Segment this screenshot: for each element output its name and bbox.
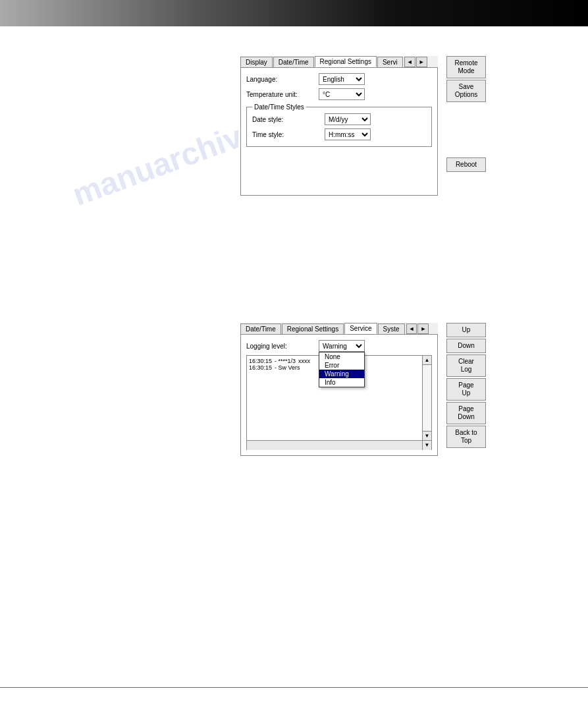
- tab2-datetime[interactable]: Date/Time: [240, 323, 281, 334]
- clear-log-button[interactable]: Clear Log: [446, 354, 486, 377]
- log-time-0: 16:30:15: [249, 358, 272, 364]
- dropdown-option-none[interactable]: None: [319, 352, 364, 361]
- tab2-system[interactable]: Syste: [378, 323, 405, 334]
- log-scroll-track: [423, 365, 431, 431]
- log-scroll-up-btn[interactable]: ▲: [423, 356, 431, 365]
- temperature-label: Temperature unit:: [246, 91, 319, 98]
- panel2-content: Logging level: Warning None Error Info N…: [240, 335, 438, 456]
- panel2: Date/Time Regional Settings Service Syst…: [240, 323, 438, 456]
- date-style-label: Date style:: [252, 116, 325, 123]
- h-scroll-track: ▼: [247, 441, 431, 450]
- reboot-button[interactable]: Reboot: [446, 157, 486, 172]
- logging-row: Logging level: Warning None Error Info N…: [246, 340, 432, 352]
- log-col2-0: - ****1/3: [275, 358, 296, 364]
- temperature-select[interactable]: °C: [319, 88, 365, 100]
- dropdown-option-warning[interactable]: Warning: [319, 370, 364, 378]
- panel1-content: Language: English Temperature unit: °C D…: [240, 68, 438, 196]
- language-row: Language: English: [246, 73, 432, 85]
- horizontal-scrollbar: ▼: [246, 441, 432, 450]
- dropdown-option-info[interactable]: Info: [319, 378, 364, 387]
- date-style-select[interactable]: M/d/yy: [325, 113, 371, 125]
- page-up-button[interactable]: Page Up: [446, 378, 486, 401]
- top-bar: [0, 0, 588, 26]
- tab2-nav-right[interactable]: ►: [417, 323, 429, 334]
- down-button[interactable]: Down: [446, 339, 486, 353]
- tab-nav-right[interactable]: ►: [416, 57, 427, 67]
- dropdown-option-error[interactable]: Error: [319, 361, 364, 370]
- tab2-service[interactable]: Service: [344, 323, 377, 334]
- tab-regional-settings[interactable]: Regional Settings: [315, 56, 377, 67]
- bottom-divider: [0, 687, 588, 688]
- tab2-regional[interactable]: Regional Settings: [282, 323, 344, 334]
- page-down-button[interactable]: Page Down: [446, 402, 486, 424]
- tab2-nav-left[interactable]: ◄: [406, 323, 417, 334]
- date-style-row: Date style: M/d/yy: [252, 113, 426, 125]
- up-button[interactable]: Up: [446, 323, 486, 337]
- log-time-1: 16:30:15: [249, 364, 272, 371]
- datetime-styles-legend: Date/Time Styles: [252, 103, 306, 111]
- tab-display[interactable]: Display: [240, 57, 273, 67]
- panel1-right-buttons: Remote Mode Save Options Reboot: [446, 56, 486, 172]
- h-scroll-right[interactable]: ▼: [422, 441, 431, 450]
- panel2-right-buttons: Up Down Clear Log Page Up Page Down Back…: [446, 323, 486, 448]
- language-select[interactable]: English: [319, 73, 365, 85]
- time-style-row: Time style: H:mm:ss: [252, 128, 426, 140]
- logging-select-container: Warning None Error Info None Error Warni…: [319, 340, 365, 352]
- save-options-button[interactable]: Save Options: [446, 80, 486, 102]
- logging-dropdown-popup[interactable]: None Error Warning Info: [319, 352, 365, 387]
- tab-nav-left[interactable]: ◄: [404, 57, 415, 67]
- logging-label: Logging level:: [246, 343, 319, 350]
- logging-select[interactable]: Warning None Error Info: [319, 340, 365, 352]
- panel2-tabs-row: Date/Time Regional Settings Service Syst…: [240, 323, 438, 335]
- log-col2-1: - Sw Vers: [275, 364, 300, 371]
- remote-mode-button[interactable]: Remote Mode: [446, 56, 486, 78]
- language-label: Language:: [246, 76, 319, 83]
- panel1: Display Date/Time Regional Settings Serv…: [240, 56, 438, 196]
- tab-service[interactable]: Servi: [377, 57, 403, 67]
- log-scrollbar: ▲ ▼: [422, 356, 431, 440]
- temperature-row: Temperature unit: °C: [246, 88, 432, 100]
- time-style-label: Time style:: [252, 131, 325, 138]
- tab-datetime[interactable]: Date/Time: [273, 57, 314, 67]
- log-scroll-down-btn[interactable]: ▼: [423, 431, 431, 440]
- datetime-styles-group: Date/Time Styles Date style: M/d/yy Time…: [246, 103, 432, 147]
- back-to-top-button[interactable]: Back to Top: [446, 426, 486, 448]
- log-col3-0: xxxx: [298, 358, 310, 364]
- time-style-select[interactable]: H:mm:ss: [325, 128, 371, 140]
- panel1-tabs-row: Display Date/Time Regional Settings Serv…: [240, 56, 438, 68]
